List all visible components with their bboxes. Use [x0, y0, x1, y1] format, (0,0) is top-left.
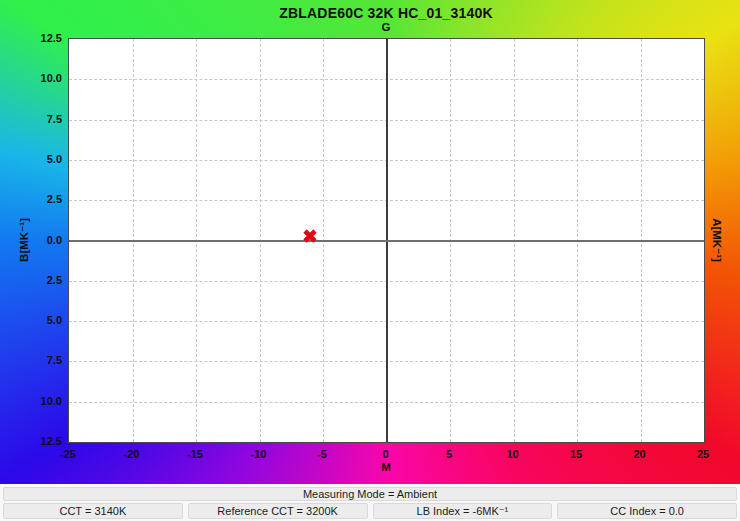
- x-tick-label: -5: [317, 448, 327, 461]
- y-tick-label: 5.0: [0, 152, 62, 166]
- x-tick-label: 25: [697, 448, 709, 461]
- y-tick-label: 12.5: [0, 434, 62, 448]
- status-cell-lb-index: LB Index = -6MK⁻¹: [373, 503, 553, 519]
- x-tick-label: -25: [60, 448, 76, 461]
- a-axis-label: A[MK⁻¹]: [710, 218, 724, 262]
- status-bar: CCT = 3140K Reference CCT = 3200K LB Ind…: [3, 503, 737, 519]
- x-marker-icon: [301, 227, 319, 245]
- y-tick-label: 0.0: [0, 233, 62, 247]
- status-cell-cct: CCT = 3140K: [3, 503, 183, 519]
- y-tick-label: 10.0: [0, 394, 62, 408]
- m-axis-label: M: [381, 461, 391, 473]
- x-tick-label: -15: [187, 448, 203, 461]
- y-tick-label: 10.0: [0, 71, 62, 85]
- x-tick-label: 10: [506, 448, 518, 461]
- color-meter-chart-window: ZBLADE60C 32K HC_01_3140K G M B[MK⁻¹] A[…: [0, 0, 740, 521]
- plot-area: [68, 38, 705, 443]
- x-tick-label: 20: [633, 448, 645, 461]
- y-tick-label: 12.5: [0, 31, 62, 45]
- measuring-mode-text: Measuring Mode = Ambient: [303, 488, 437, 500]
- x-tick-label: -10: [251, 448, 267, 461]
- y-tick-label: 2.5: [0, 273, 62, 287]
- measuring-mode-bar: Measuring Mode = Ambient: [3, 487, 737, 501]
- chart-title: ZBLADE60C 32K HC_01_3140K: [279, 5, 493, 21]
- x-tick-label: 15: [570, 448, 582, 461]
- y-tick-label: 5.0: [0, 313, 62, 327]
- y-tick-label: 7.5: [0, 112, 62, 126]
- x-tick-label: -20: [124, 448, 140, 461]
- status-cell-cc-index: CC Index = 0.0: [557, 503, 737, 519]
- status-cell-reference-cct: Reference CCT = 3200K: [188, 503, 368, 519]
- x-tick-label: 0: [382, 448, 388, 461]
- g-axis-label: G: [382, 21, 391, 33]
- measurement-x-marker: [301, 227, 319, 245]
- zero-line: [69, 240, 704, 242]
- y-tick-label: 2.5: [0, 192, 62, 206]
- y-tick-label: 7.5: [0, 353, 62, 367]
- x-tick-label: 5: [446, 448, 452, 461]
